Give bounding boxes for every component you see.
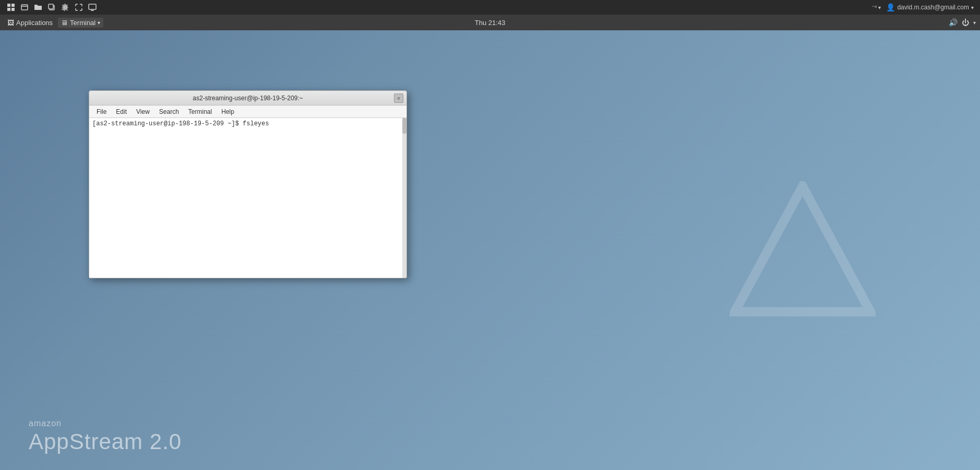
resize-icon[interactable] — [74, 3, 83, 12]
menu-edit[interactable]: Edit — [112, 107, 131, 116]
account-chevron: ▾ — [971, 5, 974, 10]
terminal-prompt-line: [as2-streaming-user@ip-198-19-5-209 ~]$ … — [92, 120, 403, 127]
taskbar: 🖼 Applications 🖥 Terminal ▾ Thu 21:43 🔊 … — [0, 15, 980, 30]
appstream-branding: amazon AppStream 2.0 — [29, 419, 182, 454]
display-icon[interactable] — [88, 3, 97, 12]
taskbar-right: 🔊 ⏻ ▾ — [949, 18, 976, 27]
menu-help[interactable]: Help — [217, 107, 238, 116]
svg-rect-3 — [11, 8, 15, 11]
svg-rect-16 — [89, 4, 96, 9]
grid-icon[interactable] — [6, 3, 16, 12]
svg-rect-0 — [7, 4, 10, 7]
system-bar-right: ⁻ⁿ ▾ 👤 david.m.cash@gmail.com ▾ — [871, 3, 974, 11]
clock: Thu 21:43 — [475, 19, 506, 27]
svg-rect-4 — [21, 5, 28, 10]
power-icon[interactable]: ⏻ — [962, 18, 969, 27]
terminal-title: as2-streaming-user@ip-198-19-5-209:~ — [193, 95, 303, 102]
terminal-taskbar-label: Terminal — [70, 19, 95, 27]
volume-icon[interactable]: 🔊 — [949, 18, 958, 27]
terminal-content[interactable]: [as2-streaming-user@ip-198-19-5-209 ~]$ … — [89, 118, 407, 278]
terminal-menubar: File Edit View Search Terminal Help — [89, 105, 407, 118]
power-chevron[interactable]: ▾ — [973, 20, 976, 26]
terminal-scrollbar[interactable] — [402, 118, 407, 278]
terminal-chevron: ▾ — [98, 20, 100, 26]
lang-selector[interactable]: ⁻ⁿ ▾ — [871, 4, 881, 11]
terminal-close-button[interactable]: × — [394, 93, 403, 103]
duplicate-icon[interactable] — [47, 3, 56, 12]
svg-rect-2 — [7, 8, 10, 11]
lang-label: ⁻ⁿ — [871, 4, 877, 11]
lang-chevron: ▾ — [878, 5, 881, 10]
folder-icon[interactable] — [33, 3, 43, 12]
terminal-scrollbar-thumb[interactable] — [402, 118, 407, 134]
appstream-label: AppStream 2.0 — [29, 429, 182, 454]
svg-rect-1 — [11, 4, 15, 7]
system-bar-left — [6, 3, 97, 12]
desktop: amazon AppStream 2.0 as2-streaming-user@… — [0, 30, 980, 470]
svg-rect-7 — [49, 4, 53, 9]
menu-terminal[interactable]: Terminal — [184, 107, 216, 116]
amazon-label: amazon — [29, 419, 182, 428]
user-account[interactable]: 👤 david.m.cash@gmail.com ▾ — [886, 3, 974, 11]
applications-button[interactable]: 🖼 Applications — [4, 18, 56, 28]
applications-label: Applications — [16, 19, 53, 27]
system-bar: ⁻ⁿ ▾ 👤 david.m.cash@gmail.com ▾ — [0, 0, 980, 15]
svg-marker-19 — [735, 186, 870, 312]
terminal-icon: 🖥 — [61, 19, 68, 27]
window-icon[interactable] — [20, 3, 29, 12]
menu-file[interactable]: File — [92, 107, 111, 116]
menu-view[interactable]: View — [132, 107, 154, 116]
settings-icon[interactable] — [61, 3, 70, 12]
applications-icon: 🖼 — [7, 19, 14, 27]
user-email: david.m.cash@gmail.com — [897, 4, 969, 11]
user-icon: 👤 — [886, 3, 895, 11]
triangle-logo — [730, 181, 876, 319]
menu-search[interactable]: Search — [155, 107, 183, 116]
terminal-window: as2-streaming-user@ip-198-19-5-209:~ × F… — [89, 90, 407, 278]
terminal-titlebar: as2-streaming-user@ip-198-19-5-209:~ × — [89, 91, 407, 105]
terminal-taskbar-button[interactable]: 🖥 Terminal ▾ — [58, 18, 103, 28]
